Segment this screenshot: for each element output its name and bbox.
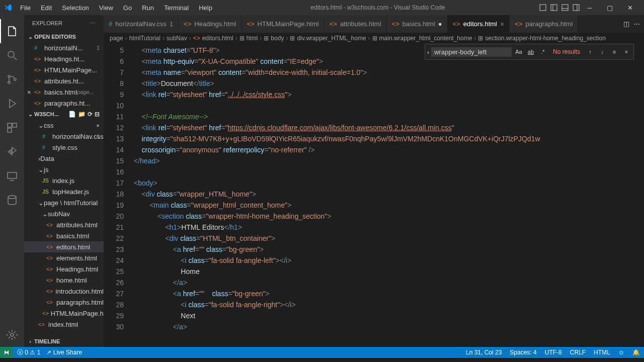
file-item[interactable]: #style.css	[24, 142, 104, 153]
file-item[interactable]: <>index.html	[24, 319, 104, 330]
more-actions-icon[interactable]: ⋯	[633, 20, 640, 28]
menu-edit[interactable]: Edit	[37, 2, 56, 14]
find-expand-icon[interactable]: ›	[427, 48, 429, 56]
find-results: No results	[550, 48, 583, 55]
titlebar: File Edit Selection View Go Run Terminal…	[0, 0, 644, 15]
feedback-icon[interactable]: ☺	[618, 349, 624, 356]
svg-point-18	[11, 333, 14, 336]
svg-point-17	[8, 196, 16, 199]
breadcrumb[interactable]: page› htmlTutorial› subNav› <> editors.h…	[104, 33, 644, 44]
svg-line-8	[14, 57, 17, 60]
menu-help[interactable]: Help	[195, 2, 216, 14]
run-debug-icon[interactable]	[0, 92, 24, 116]
folder-css[interactable]: ⌄css●	[24, 120, 104, 131]
prev-match-icon[interactable]: ↑	[585, 47, 595, 57]
source-control-icon[interactable]	[0, 67, 24, 92]
menu-terminal[interactable]: Terminal	[160, 2, 193, 14]
eol-status[interactable]: CRLF	[570, 349, 586, 356]
refresh-icon[interactable]: ⟳	[88, 111, 93, 118]
file-item[interactable]: <>HTMLMainPage.html	[24, 308, 104, 319]
open-editors-header[interactable]: ⌄OPEN EDITORS	[24, 31, 104, 42]
editor-body[interactable]: › Aa ab .* No results ↑ ↓ ≡ × 5678910111…	[104, 44, 644, 347]
layout-right-icon[interactable]	[573, 4, 580, 11]
tab[interactable]: <>Headings.html	[179, 15, 242, 33]
menu-view[interactable]: View	[95, 2, 117, 14]
file-item[interactable]: <>attributes.html	[24, 219, 104, 230]
project-header[interactable]: ⌄W3SCH... 📄 📁 ⟳ ⊟	[24, 109, 104, 120]
search-icon[interactable]	[0, 43, 24, 67]
indent-status[interactable]: Spaces: 4	[510, 349, 536, 356]
file-item[interactable]: <>paragraphs.html	[24, 297, 104, 308]
open-editor-item[interactable]: <>paragraphs.ht...	[24, 98, 104, 109]
liveshare-icon[interactable]	[0, 140, 24, 164]
file-item[interactable]: #horizontalNav.css1	[24, 131, 104, 142]
svg-point-7	[8, 51, 14, 57]
open-editor-item[interactable]: ×<>basics.html page...	[24, 86, 104, 98]
file-item[interactable]: <>elements.html	[24, 252, 104, 263]
new-folder-icon[interactable]: 📁	[78, 111, 86, 118]
find-input[interactable]	[431, 47, 512, 57]
code-content[interactable]: <meta charset="UTF-8"> <meta http-equiv=…	[134, 44, 644, 347]
svg-rect-1	[551, 5, 557, 11]
next-match-icon[interactable]: ↓	[597, 47, 607, 57]
maximize-button[interactable]: ▢	[600, 0, 620, 15]
new-file-icon[interactable]: 📄	[68, 111, 76, 118]
folder-data[interactable]: ›Data	[24, 153, 104, 164]
notifications-icon[interactable]: 🔔	[632, 349, 640, 356]
explorer-icon[interactable]	[0, 19, 24, 43]
file-item[interactable]: <>introduction.html	[24, 286, 104, 297]
tab[interactable]: <>attributes.html	[325, 15, 387, 33]
folder-page[interactable]: ⌄page \ htmlTutorial	[24, 197, 104, 208]
menu-selection[interactable]: Selection	[58, 2, 93, 14]
file-item[interactable]: <>home.html	[24, 275, 104, 286]
folder-js[interactable]: ⌄js	[24, 164, 104, 175]
file-item[interactable]: JSindex.js	[24, 175, 104, 186]
regex-icon[interactable]: .*	[538, 47, 548, 57]
remote-icon[interactable]	[0, 164, 24, 188]
file-item[interactable]: JStopHeader.js	[24, 186, 104, 197]
timeline-header[interactable]: ›TIMELINE	[24, 336, 104, 347]
encoding-status[interactable]: UTF-8	[545, 349, 562, 356]
file-item[interactable]: <>Headings.html	[24, 263, 104, 275]
menu-file[interactable]: File	[16, 2, 35, 14]
tab[interactable]: <>HTMLMainPage.html	[242, 15, 324, 33]
file-item[interactable]: <>basics.html	[24, 230, 104, 241]
match-word-icon[interactable]: ab	[526, 47, 536, 57]
open-editor-item[interactable]: <>attributes.ht...	[24, 75, 104, 86]
database-icon[interactable]	[0, 188, 24, 212]
statusbar: ⓧ 0 ⚠ 1 ↗ Live Share Ln 31, Col 23 Space…	[0, 347, 644, 358]
vscode-logo-icon	[4, 4, 12, 12]
svg-point-9	[8, 75, 10, 77]
close-tab-icon[interactable]: ×	[500, 20, 504, 28]
open-editor-item[interactable]: <>HTMLMainPage...	[24, 64, 104, 75]
problems-indicator[interactable]: ⓧ 0 ⚠ 1	[17, 348, 40, 357]
menu-go[interactable]: Go	[119, 2, 136, 14]
tab-active[interactable]: <>editors.html×	[448, 15, 510, 33]
more-icon[interactable]: ⋯	[90, 20, 96, 27]
tab[interactable]: <>basics.html●	[387, 15, 448, 33]
close-button[interactable]: ✕	[620, 0, 640, 15]
svg-rect-13	[13, 123, 17, 127]
minimize-button[interactable]: ─	[580, 0, 600, 15]
close-find-icon[interactable]: ×	[621, 47, 631, 57]
collapse-icon[interactable]: ⊟	[95, 111, 100, 118]
layout-panel-icon[interactable]	[561, 4, 569, 11]
tab[interactable]: #horizontalNav.css 1	[104, 15, 179, 33]
match-case-icon[interactable]: Aa	[514, 47, 524, 57]
menu-run[interactable]: Run	[138, 2, 158, 14]
layout-sidebar-icon[interactable]	[550, 4, 557, 11]
tab[interactable]: <>paragraphs.html	[510, 15, 578, 33]
find-selection-icon[interactable]: ≡	[609, 47, 619, 57]
file-item-active[interactable]: <>editors.html	[24, 241, 104, 252]
split-editor-icon[interactable]: ◫	[623, 20, 629, 28]
cursor-position[interactable]: Ln 31, Col 23	[466, 349, 502, 356]
layout-icon[interactable]	[539, 4, 546, 11]
extensions-icon[interactable]	[0, 116, 24, 140]
settings-gear-icon[interactable]	[0, 323, 24, 347]
remote-indicator[interactable]	[0, 347, 13, 358]
open-editor-item[interactable]: #horizontalN...1	[24, 42, 104, 53]
open-editor-item[interactable]: <>Headings.ht...	[24, 53, 104, 64]
liveshare-status[interactable]: ↗ Live Share	[46, 349, 82, 356]
folder-subnav[interactable]: ⌄subNav	[24, 208, 104, 219]
language-status[interactable]: HTML	[594, 349, 610, 356]
